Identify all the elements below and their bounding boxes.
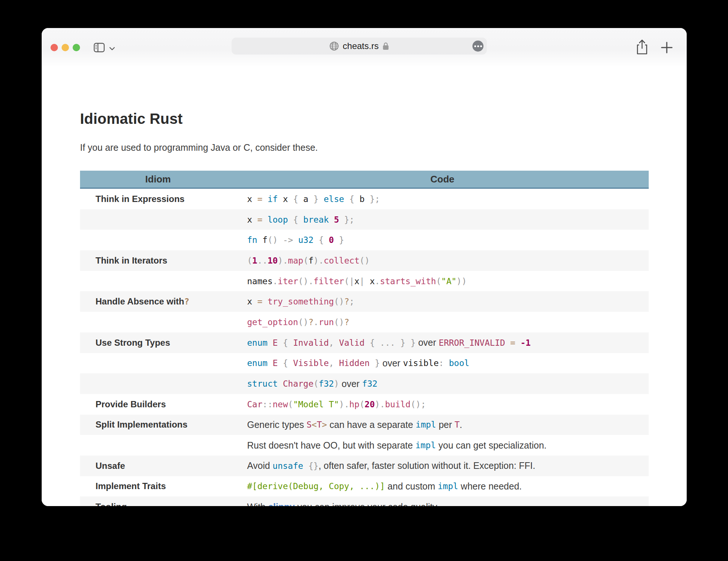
code-token: Handle Absence with — [96, 296, 184, 307]
code-token: over — [416, 337, 439, 348]
code-token: { ... } } — [370, 338, 416, 348]
code-token: get_option — [247, 317, 298, 327]
code-cell: x = if x { a } else { b }; — [236, 189, 649, 209]
table-row: fn f() -> u32 { 0 } — [80, 230, 649, 250]
new-tab-button[interactable] — [661, 41, 673, 55]
code-cell: get_option()?.run()? — [236, 312, 649, 332]
zoom-window-button[interactable] — [73, 44, 80, 51]
page-content: Idiomatic Rust If you are used to progra… — [42, 67, 687, 506]
code-token: }; — [370, 194, 380, 204]
code-token: Charge — [283, 379, 313, 388]
code-token: else — [324, 194, 349, 204]
code-token: .. — [257, 256, 268, 265]
browser-window: cheats.rs — [42, 28, 687, 506]
code-token: (); — [410, 400, 426, 409]
code-cell: Generic types S<T> can have a separate i… — [236, 415, 649, 435]
code-token: ( — [247, 256, 252, 265]
code-token: ) — [334, 379, 339, 388]
code-token: -1 — [520, 338, 531, 348]
minimize-window-button[interactable] — [62, 44, 69, 51]
idiom-cell: Tooling — [80, 496, 236, 506]
code-token: ? — [184, 297, 190, 306]
code-token: over — [380, 358, 403, 369]
table-header-code: Code — [236, 171, 649, 188]
inline-link[interactable]: clippy — [268, 502, 295, 506]
address-bar[interactable]: cheats.rs — [232, 38, 487, 55]
table-row: Handle Absence with ?x = try_something()… — [80, 291, 649, 312]
table-row: Implement Traits#[derive(Debug, Copy, ..… — [80, 476, 649, 497]
close-window-button[interactable] — [51, 44, 58, 51]
code-token: f — [308, 256, 313, 265]
code-token: ( — [436, 276, 441, 286]
code-token: { — [293, 194, 304, 204]
code-token: f32 — [319, 379, 334, 388]
code-token: . — [375, 276, 380, 286]
code-token: ? — [308, 317, 313, 327]
code-token: . — [313, 317, 319, 327]
code-token: Invalid — [293, 338, 329, 348]
code-token: can have a separate — [327, 419, 416, 430]
code-token: x — [283, 194, 293, 204]
code-token: 20 — [365, 400, 375, 409]
idiom-cell: Handle Absence with ? — [80, 291, 236, 312]
code-token: (| — [344, 276, 354, 286]
code-token: and custom — [385, 481, 438, 492]
code-token: hp — [349, 400, 360, 409]
code-token: E — [273, 338, 283, 348]
code-token: ). — [313, 256, 324, 265]
code-cell: x = try_something()?; — [236, 291, 649, 312]
code-token: With — [247, 502, 268, 506]
ellipsis-icon — [474, 45, 476, 47]
sidebar-menu-chevron[interactable] — [109, 46, 115, 52]
code-token: iter — [278, 276, 298, 286]
code-token: x — [247, 215, 257, 224]
code-token: impl — [416, 420, 436, 429]
table-row: names.iter().filter(|x| x.starts_with("A… — [80, 271, 649, 292]
code-cell: Car::new("Model T").hp(20).build(); — [236, 394, 649, 415]
code-token: enum — [247, 358, 273, 368]
code-token: } — [313, 194, 324, 204]
code-token: () — [334, 317, 344, 327]
code-cell: enum E { Visible, Hidden } over visible:… — [236, 353, 649, 374]
idiom-cell — [80, 209, 236, 230]
share-button[interactable] — [635, 39, 649, 57]
page-settings-button[interactable] — [472, 41, 483, 52]
sidebar-icon — [93, 42, 105, 53]
code-token: Generic types — [247, 419, 306, 430]
browser-toolbar: cheats.rs — [42, 28, 687, 67]
idiom-cell: Think in Expressions — [80, 189, 236, 209]
code-token: "Model T" — [293, 400, 339, 409]
idiom-cell — [80, 373, 236, 394]
table-header-idiom: Idiom — [80, 171, 236, 188]
code-token: Car — [247, 400, 263, 409]
code-token: ? — [344, 297, 349, 306]
table-header-row: Idiom Code — [80, 171, 649, 189]
idiom-cell: Provide Builders — [80, 394, 236, 415]
table-row: Think in Iterators(1..10).map(f).collect… — [80, 250, 649, 271]
code-token: a — [303, 194, 313, 204]
code-token: , — [329, 338, 339, 348]
table-row: Think in Expressionsx = if x { a } else … — [80, 189, 649, 209]
code-token: () — [360, 256, 370, 265]
table-row: UnsafeAvoid unsafe {}, often safer, fast… — [80, 456, 649, 476]
code-cell: names.iter().filter(|x| x.starts_with("A… — [236, 271, 649, 292]
code-token: 0 — [329, 235, 339, 245]
code-token: } — [375, 358, 380, 368]
code-cell: fn f() -> u32 { 0 } — [236, 230, 649, 250]
code-token: map — [288, 256, 304, 265]
table-row: x = loop { break 5 }; — [80, 209, 649, 230]
code-token: = — [510, 338, 520, 348]
code-token: E — [273, 358, 283, 368]
table-row: Rust doesn't have OO, but with separate … — [80, 435, 649, 456]
sidebar-toggle-button[interactable] — [93, 42, 105, 55]
code-cell: (1..10).map(f).collect() — [236, 250, 649, 271]
code-token: ( — [288, 400, 293, 409]
code-token: #[derive(Debug, Copy, ...)] — [247, 481, 385, 491]
code-token: (). — [298, 276, 314, 286]
code-token: < — [312, 420, 317, 429]
code-token: = — [257, 194, 268, 204]
table-row: ToolingWith clippy you can improve your … — [80, 496, 649, 506]
code-token: impl — [438, 481, 458, 491]
code-token: }; — [344, 215, 354, 224]
table-row: Split ImplementationsGeneric types S<T> … — [80, 415, 649, 435]
